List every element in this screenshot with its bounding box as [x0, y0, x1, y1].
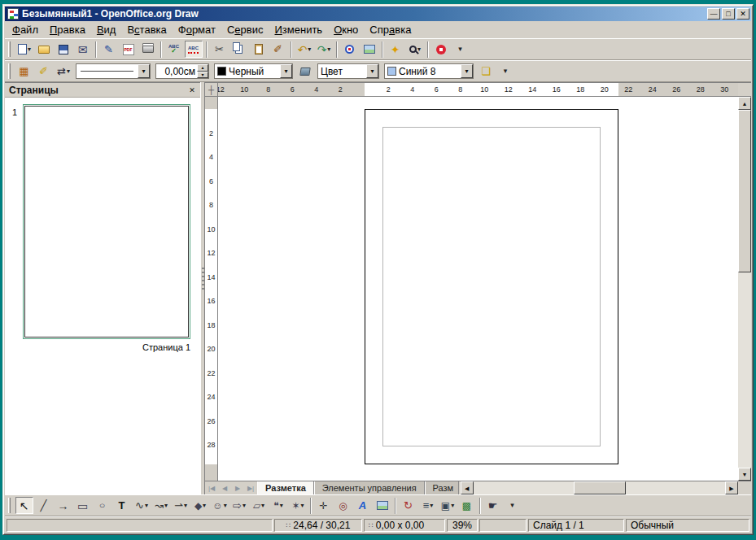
line-dialog-button[interactable]: ✐: [35, 63, 53, 80]
status-zoom[interactable]: 39%: [447, 519, 478, 532]
chevron-down-icon[interactable]: ▾: [461, 64, 473, 78]
horizontal-scrollbar[interactable]: ◀ ▶: [461, 481, 738, 494]
menu-item[interactable]: Правка: [44, 22, 91, 37]
drawing-canvas[interactable]: [218, 97, 738, 481]
copy-button[interactable]: [230, 41, 248, 58]
spellcheck-button[interactable]: ABC: [165, 41, 183, 58]
scroll-left-button[interactable]: ◀: [461, 481, 474, 494]
fill-color-select[interactable]: Синий 8 ▾: [384, 63, 474, 79]
chevron-down-icon[interactable]: ▾: [280, 64, 292, 78]
paste-button[interactable]: [250, 41, 268, 58]
scroll-up-button[interactable]: ▲: [738, 97, 751, 110]
scroll-down-button[interactable]: ▼: [738, 468, 751, 481]
menu-item[interactable]: Вставка: [121, 22, 172, 37]
align-button[interactable]: ≡▾: [419, 497, 437, 514]
line-style-select[interactable]: ▾: [76, 63, 151, 79]
spin-down-button[interactable]: ▾: [197, 72, 208, 79]
line-tool[interactable]: ╱: [35, 497, 53, 514]
new-document-button[interactable]: ▾: [15, 41, 33, 58]
close-button[interactable]: ✕: [736, 8, 749, 20]
maximize-button[interactable]: □: [722, 8, 735, 20]
previous-layer-button[interactable]: ◀: [218, 481, 231, 494]
interaction-button[interactable]: ☛: [484, 497, 502, 514]
minimize-button[interactable]: —: [707, 8, 720, 20]
menu-item[interactable]: Формат: [173, 22, 221, 37]
spin-up-button[interactable]: ▴: [197, 64, 208, 72]
toolbar-options-button[interactable]: ▾: [504, 497, 522, 514]
vertical-scroll-thumb[interactable]: [738, 110, 751, 272]
area-dialog-button[interactable]: [296, 63, 314, 80]
hyperlink-button[interactable]: [341, 41, 359, 58]
curve-tool[interactable]: ∿▾: [133, 497, 151, 514]
gallery-button[interactable]: [361, 41, 378, 58]
menu-item[interactable]: Изменить: [269, 22, 328, 37]
next-layer-button[interactable]: ▶: [231, 481, 244, 494]
extrusion-button[interactable]: ▩: [458, 497, 476, 514]
horizontal-ruler[interactable]: 1210864224681012141618202224262830: [218, 83, 738, 97]
tab-dimension-lines[interactable]: Разм: [425, 481, 459, 494]
edit-file-button[interactable]: ✎: [100, 41, 118, 58]
line-width-input[interactable]: 0,00см ▴ ▾: [155, 63, 209, 79]
tab-layout[interactable]: Разметка: [257, 481, 314, 494]
toolbar-grip[interactable]: [8, 41, 11, 57]
close-icon[interactable]: ✕: [186, 85, 198, 96]
fill-style-select[interactable]: Цвет ▾: [317, 63, 379, 79]
last-layer-button[interactable]: ▶|: [244, 481, 257, 494]
callouts-tool[interactable]: ❝▾: [269, 497, 287, 514]
select-tool[interactable]: ↖: [15, 497, 33, 514]
vertical-scroll-track[interactable]: [738, 110, 751, 468]
symbol-shapes-tool[interactable]: ☺▾: [211, 497, 229, 514]
ellipse-tool[interactable]: ○: [94, 497, 111, 514]
text-tool[interactable]: T: [113, 497, 131, 514]
toolbar-options-button[interactable]: ▾: [452, 41, 470, 58]
chevron-down-icon[interactable]: ▾: [366, 64, 378, 78]
block-arrows-tool[interactable]: ⇨▾: [230, 497, 248, 514]
arrow-tool[interactable]: →: [55, 497, 72, 514]
print-button[interactable]: [139, 41, 157, 58]
export-pdf-button[interactable]: PDF: [120, 41, 138, 58]
navigator-button[interactable]: ✦: [387, 41, 404, 58]
help-button[interactable]: [432, 41, 450, 58]
scroll-right-button[interactable]: ▶: [725, 481, 738, 494]
menu-item[interactable]: Сервис: [221, 22, 269, 37]
basic-shapes-tool[interactable]: ◆▾: [191, 497, 209, 514]
arrow-style-button[interactable]: ⇄▾: [55, 63, 72, 80]
line-color-select[interactable]: Черный ▾: [214, 63, 293, 79]
edit-points-button[interactable]: ✛: [315, 497, 333, 514]
menu-item[interactable]: Файл: [7, 22, 44, 37]
vertical-ruler[interactable]: 246810121416182022242628: [205, 97, 218, 481]
rectangle-tool[interactable]: ▭: [74, 497, 92, 514]
shadow-button[interactable]: ❏: [477, 63, 495, 80]
menu-item[interactable]: Вид: [91, 22, 122, 37]
insert-picture-button[interactable]: [374, 497, 391, 514]
redo-button[interactable]: ↷▾: [315, 41, 333, 58]
page-thumbnail[interactable]: [24, 106, 189, 338]
first-layer-button[interactable]: |◀: [205, 481, 218, 494]
horizontal-scroll-track[interactable]: [474, 481, 725, 494]
toolbar-grip[interactable]: [8, 498, 11, 513]
flowchart-tool[interactable]: ▱▾: [250, 497, 268, 514]
vertical-scrollbar[interactable]: ▲ ▼: [738, 97, 751, 481]
stars-tool[interactable]: ✶▾: [289, 497, 307, 514]
rotate-button[interactable]: ↻: [400, 497, 417, 514]
styles-formatting-button[interactable]: ▦: [15, 63, 33, 80]
chevron-down-icon[interactable]: ▾: [138, 64, 150, 78]
menu-item[interactable]: Справка: [364, 22, 417, 37]
tab-controls[interactable]: Элементы управления: [314, 481, 425, 494]
arrange-button[interactable]: ▣▾: [439, 497, 457, 514]
save-button[interactable]: [55, 41, 72, 58]
undo-button[interactable]: ↶▾: [295, 41, 313, 58]
email-button[interactable]: ✉: [74, 41, 92, 58]
fontwork-button[interactable]: A: [354, 497, 372, 514]
toolbar-grip[interactable]: [8, 63, 11, 79]
cut-button[interactable]: ✂: [211, 41, 229, 58]
menu-item[interactable]: Окно: [328, 22, 364, 37]
open-button[interactable]: [35, 41, 53, 58]
glue-points-button[interactable]: ◎: [334, 497, 352, 514]
title-bar[interactable]: Безымянный1 - OpenOffice.org Draw — □ ✕: [5, 7, 751, 21]
zoom-button[interactable]: ▾: [406, 41, 424, 58]
horizontal-scroll-thumb[interactable]: [574, 481, 626, 494]
connector-tool[interactable]: ↝▾: [152, 497, 170, 514]
format-paintbrush-button[interactable]: ✐: [269, 41, 287, 58]
autospellcheck-button[interactable]: ABC: [185, 41, 203, 58]
